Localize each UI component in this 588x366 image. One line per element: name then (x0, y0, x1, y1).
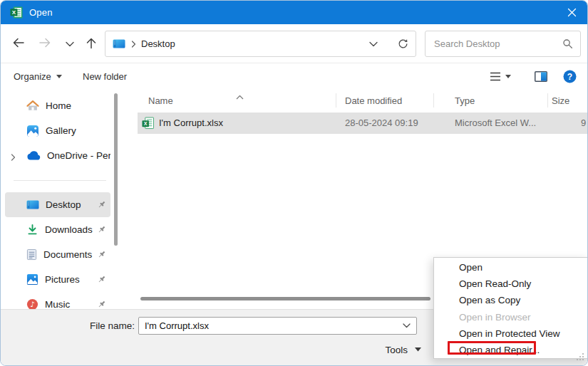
sidebar-item-label: OneDrive - Perso (47, 150, 110, 161)
desktop-icon (113, 39, 125, 48)
column-divider (433, 93, 434, 108)
up-button[interactable] (82, 33, 100, 52)
organize-button[interactable]: Organize (14, 64, 62, 89)
file-name: I'm Corrupt.xlsx (159, 117, 223, 128)
excel-app-icon: X (10, 6, 23, 19)
svg-text:?: ? (567, 72, 572, 82)
sidebar-separator (14, 180, 106, 181)
navigation-bar: Desktop (1, 24, 587, 63)
sidebar-item-label: Home (46, 100, 71, 111)
file-date-modified: 28-05-2024 09:19 (345, 117, 418, 128)
recent-locations-button[interactable] (61, 35, 79, 53)
open-dialog-window: X Open (0, 0, 588, 366)
search-icon (562, 38, 573, 49)
menu-item-open-in-browser: Open in Browser (434, 309, 588, 325)
sidebar-scrollbar[interactable] (114, 93, 118, 246)
music-icon: ♪ (26, 298, 38, 309)
command-bar: Organize New folder (1, 64, 587, 89)
file-name-combobox (138, 317, 417, 335)
sidebar-item-onedrive[interactable]: OneDrive - Perso (5, 143, 110, 168)
svg-text:♪: ♪ (30, 300, 35, 308)
file-name-label: File name: (43, 317, 135, 335)
menu-item-open[interactable]: Open (434, 259, 588, 276)
resize-grip-icon[interactable] (575, 351, 584, 364)
breadcrumb-location[interactable]: Desktop (141, 38, 175, 49)
open-button-dropdown-menu: Open Open Read-Only Open as Copy Open in… (433, 257, 588, 359)
close-icon (567, 8, 577, 17)
caret-down-icon (415, 347, 421, 352)
file-row-selected[interactable]: X I'm Corrupt.xlsx 28-05-2024 09:19 Micr… (138, 113, 587, 134)
list-view-icon (490, 72, 501, 81)
horizontal-scrollbar[interactable] (140, 297, 430, 300)
column-header-size[interactable]: Size (552, 93, 569, 108)
menu-item-open-and-repair[interactable]: Open and Repair... (434, 342, 588, 358)
menu-item-open-in-protected-view[interactable]: Open in Protected View (434, 325, 588, 342)
new-folder-button[interactable]: New folder (83, 64, 127, 89)
search-input[interactable] (433, 38, 562, 50)
file-type: Microsoft Excel W... (455, 117, 536, 128)
caret-down-icon (56, 75, 62, 78)
address-dropdown-icon[interactable] (369, 41, 378, 47)
sidebar-item-desktop[interactable]: Desktop (5, 192, 110, 217)
close-button[interactable] (561, 4, 582, 21)
breadcrumb-separator-icon (131, 41, 136, 48)
window-title: Open (29, 7, 53, 18)
caret-down-icon (505, 75, 511, 78)
home-icon (26, 100, 39, 112)
onedrive-icon (26, 151, 41, 160)
menu-item-open-read-only[interactable]: Open Read-Only (434, 276, 588, 292)
downloads-icon (26, 224, 38, 236)
forward-arrow-icon (38, 37, 51, 48)
new-folder-label: New folder (83, 71, 127, 82)
sidebar-item-music[interactable]: ♪ Music (5, 292, 110, 309)
chevron-down-icon (66, 41, 74, 47)
back-button[interactable] (9, 33, 28, 52)
view-mode-button[interactable] (490, 64, 511, 89)
sidebar-item-home[interactable]: Home (5, 93, 110, 118)
help-button[interactable]: ? (563, 64, 577, 89)
column-header-type[interactable]: Type (455, 93, 475, 108)
combobox-chevron-icon[interactable] (403, 323, 411, 328)
refresh-icon[interactable] (398, 38, 408, 49)
sidebar-item-label: Downloads (45, 224, 93, 235)
documents-icon (26, 249, 37, 261)
file-size: 9 (581, 117, 586, 128)
pin-icon (97, 250, 106, 261)
sidebar-item-gallery[interactable]: Gallery (5, 118, 110, 143)
sidebar-item-pictures[interactable]: Pictures (5, 267, 110, 292)
svg-text:X: X (12, 9, 16, 16)
back-arrow-icon (12, 37, 25, 48)
desktop-icon (26, 200, 39, 209)
pin-icon (97, 225, 106, 236)
gallery-icon (26, 125, 39, 137)
organize-label: Organize (14, 71, 51, 82)
title-bar: X Open (1, 1, 587, 24)
excel-file-icon: X (142, 117, 154, 132)
menu-item-open-as-copy[interactable]: Open as Copy (434, 292, 588, 308)
sidebar-item-label: Pictures (45, 274, 80, 285)
sidebar-item-label: Documents (43, 249, 92, 260)
preview-pane-button[interactable] (535, 64, 547, 89)
sidebar-item-label: Music (45, 299, 70, 309)
preview-pane-icon (535, 71, 547, 82)
pin-icon (97, 275, 106, 286)
sidebar-item-documents[interactable]: Documents (5, 242, 110, 267)
column-divider (547, 93, 548, 108)
sort-ascending-icon (236, 90, 244, 103)
file-name-input[interactable] (139, 320, 403, 331)
address-bar[interactable]: Desktop (105, 31, 416, 57)
up-arrow-icon (86, 37, 97, 49)
column-header-date-modified[interactable]: Date modified (345, 93, 402, 108)
pictures-icon (26, 273, 38, 286)
tools-button[interactable]: Tools (363, 341, 421, 358)
column-divider (336, 93, 336, 108)
forward-button[interactable] (36, 33, 54, 52)
column-header-name[interactable]: Name (148, 93, 173, 108)
help-icon: ? (563, 70, 577, 83)
navigation-pane: Home Gallery (5, 93, 110, 309)
expand-chevron-icon[interactable] (11, 152, 16, 163)
sidebar-item-downloads[interactable]: Downloads (5, 217, 110, 242)
tools-label: Tools (385, 345, 408, 355)
pin-icon (97, 300, 106, 309)
sidebar-item-label: Desktop (46, 199, 81, 210)
